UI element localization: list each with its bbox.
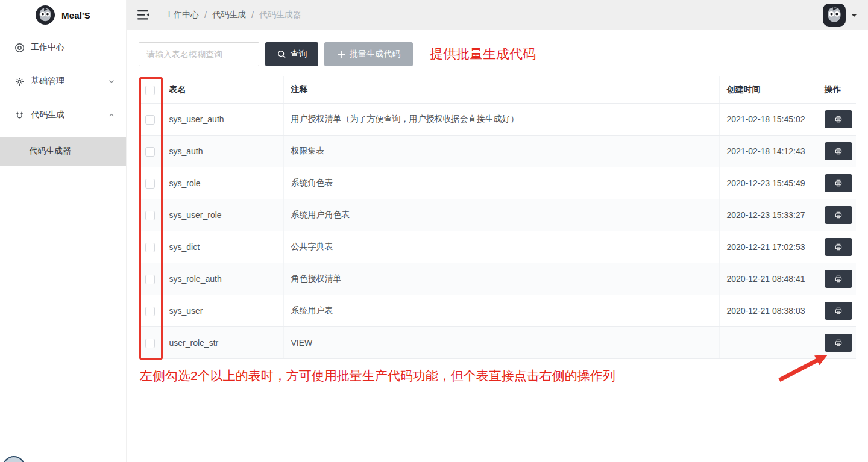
cell-comment: 系统用户角色表 <box>283 199 719 231</box>
cell-created: 2020-12-23 15:45:49 <box>719 167 817 199</box>
menu-fold-icon[interactable] <box>137 10 149 20</box>
sidebar-item-basic-management[interactable]: 基础管理 <box>0 69 126 93</box>
column-header-actions: 操作 <box>817 76 856 104</box>
cell-table-name: sys_user_role <box>162 199 283 231</box>
cell-created: 2020-12-21 08:38:03 <box>719 295 817 327</box>
cell-table-name: sys_role_auth <box>162 263 283 295</box>
cell-created: 2020-12-21 17:02:53 <box>719 231 817 263</box>
user-avatar[interactable] <box>823 4 846 27</box>
cell-comment: 权限集表 <box>283 136 719 167</box>
cell-created: 2021-02-18 15:45:02 <box>719 104 817 136</box>
table-row: sys_role_auth 角色授权清单 2020-12-21 08:48:41 <box>139 263 856 295</box>
generate-code-button[interactable] <box>825 334 852 352</box>
cell-created: 2020-12-23 15:33:27 <box>719 199 817 231</box>
cell-comment: 用户授权清单（为了方便查询，用户授权收据会直接生成好） <box>283 104 719 136</box>
logo-area: Meal'S <box>0 0 126 30</box>
row-checkbox[interactable] <box>145 147 155 157</box>
batch-generate-button[interactable]: 批量生成代码 <box>324 42 413 66</box>
cell-table-name: sys_role <box>162 167 283 199</box>
cell-comment: 公共字典表 <box>283 231 719 263</box>
cell-table-name: sys_user <box>162 295 283 327</box>
row-checkbox[interactable] <box>145 179 155 189</box>
row-checkbox[interactable] <box>145 307 155 316</box>
gear-icon <box>14 76 25 87</box>
cell-table-name: user_role_str <box>162 327 283 359</box>
chevron-down-icon <box>108 78 115 85</box>
page-content: 查询 批量生成代码 提供批量生成代码 表名 注释 创建时间 <box>127 30 868 384</box>
cell-created: 2020-12-21 08:48:41 <box>719 263 817 295</box>
table-header-row: 表名 注释 创建时间 操作 <box>139 76 856 104</box>
breadcrumb: 工作中心 / 代码生成 / 代码生成器 <box>165 10 301 20</box>
column-header-comment: 注释 <box>283 76 719 104</box>
row-checkbox[interactable] <box>145 275 155 284</box>
column-header-name: 表名 <box>162 76 283 104</box>
sidebar-subitem-code-generator[interactable]: 代码生成器 <box>0 137 126 166</box>
generate-code-button[interactable] <box>825 206 852 224</box>
breadcrumb-item[interactable]: 代码生成 <box>212 10 246 20</box>
row-checkbox[interactable] <box>145 243 155 252</box>
breadcrumb-item-current: 代码生成器 <box>259 10 301 20</box>
sidebar-item-workcenter[interactable]: 工作中心 <box>0 36 126 60</box>
breadcrumb-item[interactable]: 工作中心 <box>165 10 199 20</box>
sidebar-item-code-generation[interactable]: 代码生成 <box>0 103 126 127</box>
generate-code-button[interactable] <box>825 270 852 288</box>
table-row: sys_dict 公共字典表 2020-12-21 17:02:53 <box>139 231 856 263</box>
table-row: sys_role 系统角色表 2020-12-23 15:45:49 <box>139 167 856 199</box>
user-menu-caret-icon[interactable] <box>851 14 857 20</box>
select-all-checkbox[interactable] <box>145 86 155 95</box>
brand-logo-icon <box>36 5 55 25</box>
batch-annotation-text: 提供批量生成代码 <box>430 45 536 63</box>
cell-table-name: sys_auth <box>162 136 283 167</box>
table-row: sys_user_auth 用户授权清单（为了方便查询，用户授权收据会直接生成好… <box>139 104 856 136</box>
brand-name: Meal'S <box>61 10 90 20</box>
sidebar: Meal'S 工作中心 基础管理 <box>0 0 127 462</box>
generate-code-button[interactable] <box>825 110 852 128</box>
breadcrumb-separator: / <box>251 10 254 20</box>
batch-generate-label: 批量生成代码 <box>350 49 400 60</box>
breadcrumb-separator: / <box>204 10 207 20</box>
checkbox-annotation-text: 左侧勾选2个以上的表时，方可使用批量生产代码功能，但个表直接点击右侧的操作列 <box>140 367 856 384</box>
cell-comment: 角色授权清单 <box>283 263 719 295</box>
sidebar-subitem-label: 代码生成器 <box>29 146 71 157</box>
generate-code-button[interactable] <box>825 142 852 160</box>
cell-table-name: sys_dict <box>162 231 283 263</box>
toolbar: 查询 批量生成代码 提供批量生成代码 <box>139 42 856 66</box>
sidebar-item-label: 工作中心 <box>31 42 64 53</box>
cell-created: 2021-02-18 14:12:43 <box>719 136 817 167</box>
sidebar-item-label: 代码生成 <box>31 110 64 120</box>
cell-comment: 系统角色表 <box>283 167 719 199</box>
sidebar-item-label: 基础管理 <box>31 76 64 87</box>
sidebar-menu: 工作中心 基础管理 代码生成 <box>0 30 126 166</box>
generate-code-button[interactable] <box>825 174 852 192</box>
table-row: sys_auth 权限集表 2021-02-18 14:12:43 <box>139 136 856 167</box>
row-checkbox[interactable] <box>145 115 155 125</box>
cell-comment: 系统用户表 <box>283 295 719 327</box>
main-area: 工作中心 / 代码生成 / 代码生成器 <box>127 0 868 462</box>
cell-comment: VIEW <box>283 327 719 359</box>
query-button[interactable]: 查询 <box>265 42 318 66</box>
table-row: sys_user_role 系统用户角色表 2020-12-23 15:33:2… <box>139 199 856 231</box>
search-icon <box>277 49 286 59</box>
query-button-label: 查询 <box>291 49 307 60</box>
plus-icon <box>337 50 345 58</box>
column-header-created: 创建时间 <box>719 76 817 104</box>
table-row: user_role_str VIEW <box>139 327 856 359</box>
cell-created <box>719 327 817 359</box>
cell-table-name: sys_user_auth <box>162 104 283 136</box>
row-checkbox[interactable] <box>145 211 155 220</box>
table-search-input[interactable] <box>139 42 259 66</box>
top-header: 工作中心 / 代码生成 / 代码生成器 <box>127 0 868 30</box>
table-row: sys_user 系统用户表 2020-12-21 08:38:03 <box>139 295 856 327</box>
workcenter-icon <box>14 43 25 53</box>
magnet-icon <box>14 110 25 120</box>
tables-list: 表名 注释 创建时间 操作 sys_user_auth 用户授权清单（为了方便查… <box>139 76 856 359</box>
generate-code-button[interactable] <box>825 238 852 256</box>
generate-code-button[interactable] <box>825 302 852 320</box>
chevron-up-icon <box>108 111 115 119</box>
row-checkbox[interactable] <box>145 339 155 348</box>
